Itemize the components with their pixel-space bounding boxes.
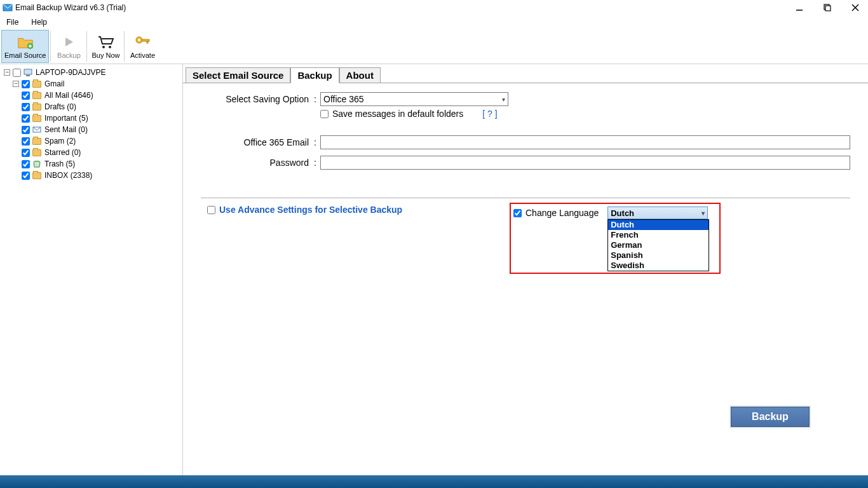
password-label: Password <box>201 158 314 168</box>
toolbar-activate-label: Activate <box>130 51 155 59</box>
tree-item[interactable]: Starred (0) <box>4 147 179 158</box>
close-button[interactable] <box>850 3 860 13</box>
folder-icon <box>32 92 41 99</box>
folder-icon <box>32 81 41 88</box>
language-option[interactable]: German <box>608 240 709 250</box>
tab-backup[interactable]: Backup <box>290 67 339 83</box>
maximize-button[interactable] <box>822 3 832 13</box>
toolbar-buy-now[interactable]: Buy Now <box>88 30 123 63</box>
play-icon <box>60 34 77 50</box>
colon: : <box>314 137 320 147</box>
tab-select-source[interactable]: Select Email Source <box>186 67 290 83</box>
tab-about-label: About <box>346 70 374 81</box>
tree-item-label: Important (5) <box>44 114 88 123</box>
toolbar-email-source[interactable]: Email Source <box>1 30 49 63</box>
tree-item-checkbox[interactable] <box>22 103 30 111</box>
backup-button[interactable]: Backup <box>731 407 810 427</box>
tree-item-label: Starred (0) <box>44 148 81 157</box>
tab-bar: Select Email Source Backup About <box>183 67 868 83</box>
change-language-checkbox[interactable] <box>513 209 522 217</box>
minimize-button[interactable] <box>794 3 804 13</box>
tab-about[interactable]: About <box>339 67 381 83</box>
tree-item-label: Spam (2) <box>44 137 76 146</box>
tree-item[interactable]: INBOX (2338) <box>4 170 179 181</box>
saving-option-value: Office 365 <box>323 94 364 104</box>
toolbar-divider <box>86 31 87 62</box>
language-option[interactable]: Swedish <box>608 261 709 271</box>
tree-gmail-checkbox[interactable] <box>22 80 30 88</box>
folder-plus-icon <box>17 34 34 50</box>
tree-root-checkbox[interactable] <box>13 69 21 77</box>
svg-rect-14 <box>147 41 148 43</box>
help-link[interactable]: [ ? ] <box>482 109 497 119</box>
tree-item[interactable]: Drafts (0) <box>4 101 179 112</box>
folder-icon <box>32 172 41 179</box>
language-option[interactable]: Spanish <box>608 250 709 261</box>
window-controls <box>794 3 865 13</box>
tree-item-checkbox[interactable] <box>22 137 30 146</box>
tree-item-label: INBOX (2338) <box>44 171 92 180</box>
tree-item-checkbox[interactable] <box>22 160 30 168</box>
menu-help[interactable]: Help <box>31 18 47 27</box>
email-input[interactable] <box>320 135 850 149</box>
tree-item[interactable]: Spam (2) <box>4 135 179 147</box>
svg-point-12 <box>138 39 140 41</box>
tree-root-label: LAPTOP-9DAJJVPE <box>36 68 105 77</box>
colon: : <box>314 94 320 104</box>
default-folders-checkbox[interactable] <box>320 110 329 118</box>
folder-icon <box>32 104 41 111</box>
statusbar <box>0 475 868 488</box>
collapse-icon[interactable]: − <box>13 81 19 87</box>
tree-item-checkbox[interactable] <box>22 126 30 134</box>
toolbar-email-source-label: Email Source <box>4 51 46 59</box>
language-option-label: Dutch <box>611 220 634 229</box>
change-language-label: Change Language <box>526 208 599 218</box>
saving-option-label: Select Saving Option <box>201 94 314 104</box>
tree-item-checkbox[interactable] <box>22 114 30 123</box>
tree-item[interactable]: All Mail (4646) <box>4 90 179 101</box>
language-option[interactable]: French <box>608 230 709 240</box>
toolbar-activate[interactable]: Activate <box>126 30 159 63</box>
tree-gmail-label: Gmail <box>44 79 64 88</box>
menu-file[interactable]: File <box>6 18 18 27</box>
colon: : <box>314 158 320 168</box>
folder-icon <box>32 115 41 122</box>
password-input[interactable] <box>320 156 850 170</box>
tree-item[interactable]: Sent Mail (0) <box>4 124 179 135</box>
tree-gmail[interactable]: − Gmail <box>4 78 179 90</box>
collapse-icon[interactable]: − <box>4 69 10 76</box>
language-option-label: German <box>611 240 642 250</box>
tree-item[interactable]: Trash (5) <box>4 158 179 170</box>
tree-item-checkbox[interactable] <box>22 149 30 157</box>
tree-item[interactable]: Important (5) <box>4 112 179 124</box>
main-panel: Select Email Source Backup About Select … <box>183 64 868 488</box>
tree-item-label: Drafts (0) <box>44 102 76 111</box>
advance-settings-label: Use Advance Settings for Selective Backu… <box>219 205 402 215</box>
language-option-label: Spanish <box>611 250 643 260</box>
svg-rect-16 <box>26 75 30 76</box>
svg-rect-3 <box>825 6 831 11</box>
tab-backup-label: Backup <box>297 70 332 81</box>
tree-item-checkbox[interactable] <box>22 172 30 180</box>
advance-settings-checkbox[interactable] <box>207 206 215 214</box>
sent-icon <box>32 126 41 133</box>
toolbar-divider <box>124 31 125 62</box>
cart-icon <box>97 34 114 50</box>
tree-item-checkbox[interactable] <box>22 92 30 100</box>
tree-root[interactable]: − LAPTOP-9DAJJVPE <box>4 67 179 78</box>
folder-icon <box>32 138 41 145</box>
saving-option-select[interactable]: Office 365 ▾ <box>320 92 508 106</box>
chevron-down-icon: ▾ <box>502 96 505 103</box>
tree-item-label: Sent Mail (0) <box>44 125 88 134</box>
toolbar: Email Source Backup Buy Now Activate <box>0 29 868 64</box>
computer-icon <box>24 69 32 76</box>
menubar: File Help <box>0 15 868 29</box>
trash-icon <box>32 160 41 168</box>
key-icon <box>134 34 151 50</box>
app-icon <box>3 3 13 13</box>
toolbar-backup[interactable]: Backup <box>52 30 85 63</box>
language-select[interactable]: Dutch ▾ Dutch French German Spanish Swed… <box>607 207 708 219</box>
language-option[interactable]: Dutch <box>608 220 709 230</box>
titlebar: Email Backup Wizard v6.3 (Trial) <box>0 0 868 15</box>
backup-button-label: Backup <box>752 411 789 423</box>
